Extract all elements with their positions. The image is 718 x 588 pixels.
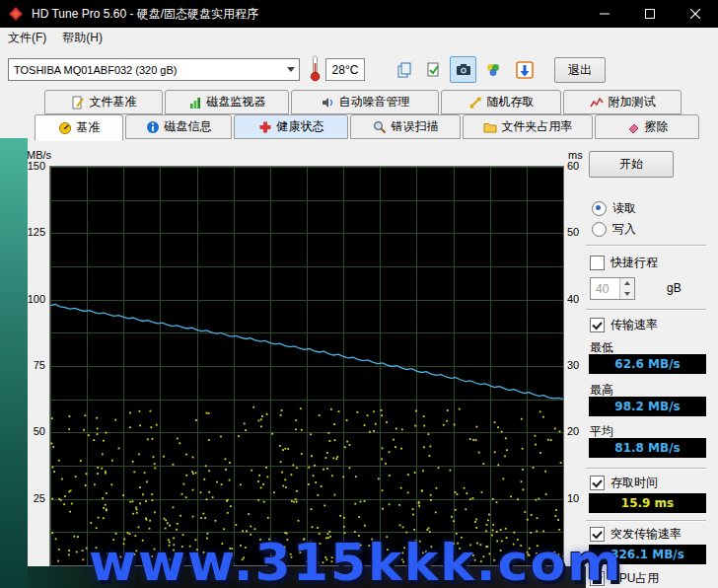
benchmark-chart bbox=[49, 166, 564, 566]
color-settings-button[interactable] bbox=[479, 56, 506, 83]
disk-monitor-icon bbox=[188, 96, 202, 110]
hd-tune-window: HD Tune Pro 5.60 - 硬盘/固态硬盘实用程序 文件(F) 帮助(… bbox=[0, 0, 718, 588]
tab-disk-info[interactable]: 磁盘信息 bbox=[125, 114, 232, 139]
info-icon bbox=[146, 120, 160, 134]
tab-folder-usage[interactable]: 文件夹占用率 bbox=[463, 114, 593, 139]
spin-up-icon[interactable] bbox=[620, 278, 634, 289]
separator bbox=[586, 520, 706, 522]
titlebar[interactable]: HD Tune Pro 5.60 - 硬盘/固态硬盘实用程序 bbox=[0, 0, 718, 28]
access-time-checkbox[interactable]: 存取时间 bbox=[590, 475, 658, 491]
minimize-button[interactable] bbox=[582, 0, 627, 28]
checkbox-icon bbox=[590, 318, 605, 332]
exit-button[interactable]: 退出 bbox=[554, 57, 606, 83]
maximize-button[interactable] bbox=[627, 0, 673, 28]
short-stroke-unit-label: gB bbox=[667, 281, 682, 295]
checkbox-icon bbox=[590, 476, 605, 490]
magnifier-icon bbox=[373, 120, 387, 134]
toolbar: TOSHIBA MQ01ABF032 (320 gB) 28°C bbox=[0, 48, 718, 89]
tab-aam[interactable]: 自动噪音管理 bbox=[291, 90, 439, 114]
temperature-display: 28°C bbox=[325, 58, 365, 81]
transfer-rate-label: 传输速率 bbox=[610, 317, 658, 333]
min-value-badge: 62.6 MB/s bbox=[589, 354, 706, 374]
separator bbox=[586, 468, 706, 470]
spin-down-icon[interactable] bbox=[620, 289, 634, 300]
tab-label: 随机存取 bbox=[487, 94, 535, 110]
write-radio[interactable]: 写入 bbox=[592, 221, 636, 238]
speaker-icon bbox=[321, 96, 334, 110]
drive-selector-value: TOSHIBA MQ01ABF032 (320 gB) bbox=[9, 64, 283, 76]
short-stroke-size-value: 40 bbox=[591, 278, 619, 299]
tab-error-scan[interactable]: 错误扫描 bbox=[350, 114, 461, 139]
short-stroke-checkbox[interactable]: 快捷行程 bbox=[590, 255, 658, 271]
eraser-icon bbox=[626, 120, 640, 134]
max-value-badge: 98.2 MB/s bbox=[589, 397, 706, 416]
random-access-icon bbox=[468, 96, 482, 110]
tab-label: 错误扫描 bbox=[392, 118, 439, 135]
access-time-label: 存取时间 bbox=[610, 475, 658, 491]
avg-value-badge: 81.8 MB/s bbox=[589, 438, 706, 458]
radio-icon bbox=[592, 201, 607, 216]
tab-label: 自动噪音管理 bbox=[339, 94, 410, 110]
tabrow-upper: 文件基准 磁盘监视器 自动噪音管理 随机存取 附加测试 bbox=[0, 90, 718, 114]
tab-health[interactable]: 健康状态 bbox=[234, 114, 348, 139]
save-screenshot-button[interactable] bbox=[511, 56, 538, 83]
thermometer-icon bbox=[309, 54, 322, 82]
drive-selector[interactable]: TOSHIBA MQ01ABF032 (320 gB) bbox=[8, 58, 300, 81]
access-time-badge: 15.9 ms bbox=[589, 493, 706, 513]
tab-random-access[interactable]: 随机存取 bbox=[441, 90, 561, 114]
separator bbox=[586, 245, 706, 247]
short-stroke-label: 快捷行程 bbox=[610, 255, 658, 271]
app-icon bbox=[8, 6, 24, 22]
tab-benchmark[interactable]: 基准 bbox=[35, 114, 123, 141]
folder-icon bbox=[483, 120, 497, 134]
tab-label: 磁盘监视器 bbox=[207, 94, 266, 110]
radio-icon bbox=[592, 222, 607, 237]
close-button[interactable] bbox=[673, 0, 718, 28]
desktop-background-left bbox=[0, 138, 28, 588]
watermark: www.315kkk.com bbox=[89, 533, 622, 588]
tab-label: 文件夹占用率 bbox=[502, 118, 573, 135]
tab-label: 文件基准 bbox=[90, 94, 137, 110]
menu-help[interactable]: 帮助(H) bbox=[54, 28, 110, 48]
start-button[interactable]: 开始 bbox=[589, 151, 674, 178]
transfer-rate-checkbox[interactable]: 传输速率 bbox=[590, 317, 658, 333]
chevron-down-icon bbox=[283, 59, 299, 80]
tab-label: 健康状态 bbox=[277, 118, 324, 135]
tabrow-lower: 基准 磁盘信息 健康状态 错误扫描 文件夹占用率 bbox=[0, 114, 718, 139]
menu-file[interactable]: 文件(F) bbox=[0, 28, 54, 48]
tab-label: 附加测试 bbox=[609, 94, 656, 110]
extra-tests-icon bbox=[590, 96, 604, 110]
tab-label: 擦除 bbox=[645, 118, 669, 135]
tab-disk-monitor[interactable]: 磁盘监视器 bbox=[165, 90, 289, 114]
separator bbox=[586, 309, 706, 311]
short-stroke-size-input[interactable]: 40 bbox=[590, 277, 635, 300]
tab-extra-tests[interactable]: 附加测试 bbox=[563, 90, 682, 114]
tab-file-benchmark[interactable]: 文件基准 bbox=[44, 90, 163, 114]
menubar: 文件(F) 帮助(H) bbox=[0, 28, 718, 48]
health-cross-icon bbox=[258, 120, 272, 134]
tab-erase[interactable]: 擦除 bbox=[595, 114, 699, 139]
file-benchmark-icon bbox=[71, 96, 85, 110]
tab-label: 磁盘信息 bbox=[165, 118, 212, 135]
read-radio-label: 读取 bbox=[612, 200, 636, 217]
screenshot-button[interactable] bbox=[450, 56, 476, 83]
window-title: HD Tune Pro 5.60 - 硬盘/固态硬盘实用程序 bbox=[32, 6, 258, 23]
copy-info-button[interactable] bbox=[391, 56, 417, 83]
write-radio-label: 写入 bbox=[612, 221, 636, 238]
benchmark-gauge-icon bbox=[58, 121, 72, 135]
copy-results-button[interactable] bbox=[420, 56, 447, 83]
tab-label: 基准 bbox=[77, 119, 101, 136]
checkbox-icon bbox=[590, 256, 605, 270]
transfer-rate-line bbox=[50, 305, 563, 400]
read-radio[interactable]: 读取 bbox=[592, 200, 636, 217]
